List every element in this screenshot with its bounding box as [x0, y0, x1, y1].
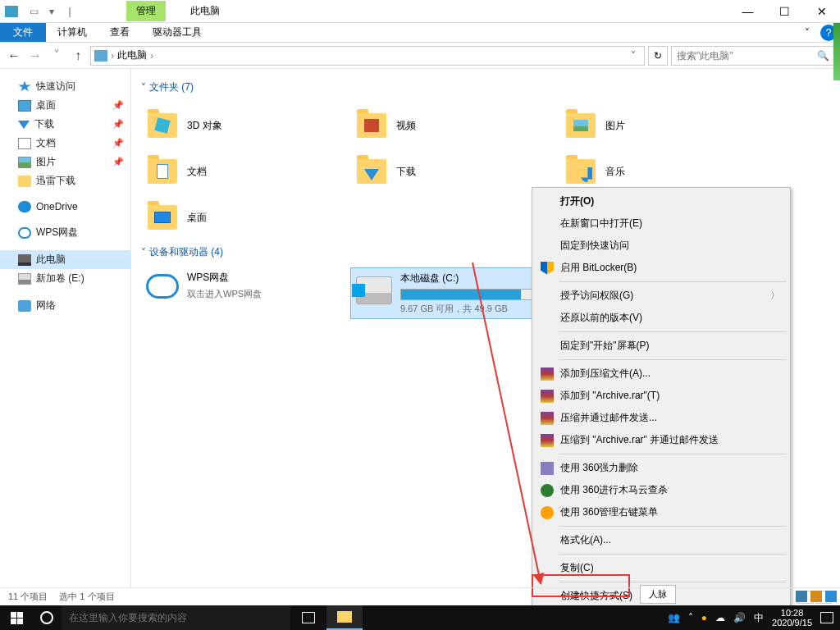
taskbar-clock[interactable]: 10:28 2020/9/15 — [772, 608, 812, 628]
qat-separator: | — [62, 4, 77, 19]
tool-icon[interactable] — [825, 591, 837, 602]
maximize-button[interactable]: ☐ — [766, 0, 803, 23]
breadcrumb-sep: › — [150, 50, 153, 62]
ribbon-file-tab[interactable]: 文件 — [0, 23, 46, 42]
ctx-separator — [559, 526, 787, 527]
nav-onedrive[interactable]: OneDrive — [0, 199, 130, 215]
ctx-compress-rar-mail[interactable]: 压缩到 "Archive.rar" 并通过邮件发送 — [534, 429, 788, 451]
ctx-pin-quick-access[interactable]: 固定到快速访问 — [534, 235, 788, 257]
ctx-bitlocker[interactable]: 启用 BitLocker(B) — [534, 257, 788, 279]
ctx-grant-access[interactable]: 授予访问权限(G)〉 — [534, 285, 788, 307]
tray-expand-icon[interactable]: ˄ — [688, 612, 693, 623]
action-center-icon[interactable] — [820, 612, 833, 623]
ctx-add-rar[interactable]: 添加到 "Archive.rar"(T) — [534, 385, 788, 407]
breadcrumb-location[interactable]: 此电脑 — [117, 48, 147, 62]
folder-desktop[interactable]: 桌面 — [141, 194, 350, 240]
sidebar-indicator — [833, 23, 840, 80]
qat-dropdown-icon[interactable]: ▾ — [44, 4, 59, 19]
pin-icon: 📌 — [112, 157, 124, 167]
pin-icon: 📌 — [112, 100, 124, 111]
folder-downloads[interactable]: 下载 — [350, 148, 559, 194]
drive-icon — [356, 276, 392, 304]
task-view-icon — [302, 612, 315, 623]
ctx-360-force-delete[interactable]: 使用 360强力删除 — [534, 457, 788, 479]
ctx-separator — [559, 554, 787, 555]
cloud-sync-icon[interactable]: ☁ — [715, 612, 725, 623]
nav-pictures[interactable]: 图片📌 — [0, 153, 130, 171]
ribbon-contextual-tab[interactable]: 管理 — [126, 1, 166, 21]
nav-quick-access[interactable]: 快速访问 — [0, 77, 130, 96]
up-button[interactable]: ↑ — [69, 47, 87, 65]
volume-icon[interactable]: 🔊 — [733, 612, 746, 623]
pin-icon: 📌 — [112, 119, 124, 130]
refresh-button[interactable]: ↻ — [648, 46, 668, 66]
tray-tool-icons — [796, 591, 837, 602]
ime-indicator[interactable]: 中 — [754, 611, 764, 625]
nav-xunlei[interactable]: 迅雷下载 — [0, 171, 130, 190]
nav-new-volume[interactable]: 新加卷 (E:) — [0, 269, 130, 288]
ctx-separator — [559, 281, 787, 282]
network-icon — [18, 300, 31, 312]
tool-icon[interactable] — [796, 591, 807, 602]
address-bar[interactable]: › 此电脑 › ˅ — [90, 46, 645, 66]
ctx-360-manage-menu[interactable]: 使用 360管理右键菜单 — [534, 501, 788, 523]
ribbon-computer-tab[interactable]: 计算机 — [46, 23, 98, 42]
forward-button[interactable]: → — [26, 47, 44, 65]
ctx-pin-start[interactable]: 固定到"开始"屏幕(P) — [534, 335, 788, 357]
recent-dropdown-icon[interactable]: ˅ — [48, 47, 66, 65]
security-icon[interactable]: ● — [701, 612, 707, 623]
folder-pictures[interactable]: 图片 — [559, 103, 769, 148]
people-tooltip: 人脉 — [640, 585, 676, 604]
taskbar: 👥 ˄ ● ☁ 🔊 中 10:28 2020/9/15 — [0, 605, 840, 630]
nav-desktop[interactable]: 桌面📌 — [0, 96, 130, 115]
search-box[interactable]: 🔍 — [671, 46, 835, 66]
ctx-format[interactable]: 格式化(A)... — [534, 529, 788, 551]
ctx-previous-versions[interactable]: 还原以前的版本(V) — [534, 307, 788, 329]
chevron-right-icon: 〉 — [770, 289, 780, 303]
system-tray: 👥 ˄ ● ☁ 🔊 中 10:28 2020/9/15 — [661, 608, 840, 628]
search-icon[interactable]: 🔍 — [817, 50, 829, 62]
desktop-icon — [18, 100, 31, 112]
nav-documents[interactable]: 文档📌 — [0, 134, 130, 153]
start-button[interactable] — [0, 605, 33, 630]
group-folders-header[interactable]: 文件夹 (7) — [141, 80, 830, 94]
taskbar-explorer[interactable] — [326, 605, 363, 630]
nav-network[interactable]: 网络 — [0, 296, 130, 315]
back-button[interactable]: ← — [5, 47, 23, 65]
address-dropdown-icon[interactable]: ˅ — [626, 50, 641, 62]
ctx-open-new-window[interactable]: 在新窗口中打开(E) — [534, 212, 788, 235]
shield-icon — [541, 262, 554, 275]
close-button[interactable]: ✕ — [803, 0, 840, 23]
ctx-compress-mail[interactable]: 压缩并通过邮件发送... — [534, 407, 788, 429]
minimize-button[interactable]: ― — [729, 0, 766, 23]
nav-wps[interactable]: WPS网盘 — [0, 223, 130, 242]
ribbon-view-tab[interactable]: 查看 — [98, 23, 141, 42]
drive-wps[interactable]: WPS网盘双击进入WPS网盘 — [141, 267, 350, 319]
windows-logo-icon — [11, 612, 23, 624]
title-bar: ▭ ▾ | 管理 此电脑 ― ☐ ✕ — [0, 0, 840, 23]
drive-c[interactable]: 本地磁盘 (C:) 9.67 GB 可用，共 49.9 GB — [350, 267, 559, 319]
cortana-icon — [40, 611, 53, 624]
cortana-button[interactable] — [33, 611, 61, 624]
qat-properties-icon[interactable]: ▭ — [26, 4, 41, 19]
folder-documents[interactable]: 文档 — [141, 148, 350, 194]
task-view-button[interactable] — [290, 605, 326, 630]
nav-downloads[interactable]: 下载📌 — [0, 115, 130, 134]
ctx-360-scan[interactable]: 使用 360进行木马云查杀 — [534, 479, 788, 501]
folder-3d-objects[interactable]: 3D 对象 — [141, 103, 350, 148]
folder-videos[interactable]: 视频 — [350, 103, 559, 148]
explorer-icon — [337, 611, 352, 623]
ribbon-drive-tools-tab[interactable]: 驱动器工具 — [141, 23, 213, 42]
tool-icon[interactable] — [810, 591, 822, 602]
ribbon-expand-icon[interactable]: ˅ — [797, 23, 817, 42]
rar-icon — [541, 390, 554, 403]
taskbar-search-input[interactable] — [61, 605, 290, 630]
drive-usage-bar — [400, 289, 552, 300]
nav-this-pc[interactable]: 此电脑 — [0, 250, 130, 269]
search-input[interactable] — [677, 50, 817, 62]
download-icon — [18, 121, 30, 129]
location-icon — [94, 50, 107, 62]
ctx-open[interactable]: 打开(O) — [534, 190, 788, 212]
ctx-add-archive[interactable]: 添加到压缩文件(A)... — [534, 363, 788, 385]
people-icon[interactable]: 👥 — [668, 612, 680, 623]
